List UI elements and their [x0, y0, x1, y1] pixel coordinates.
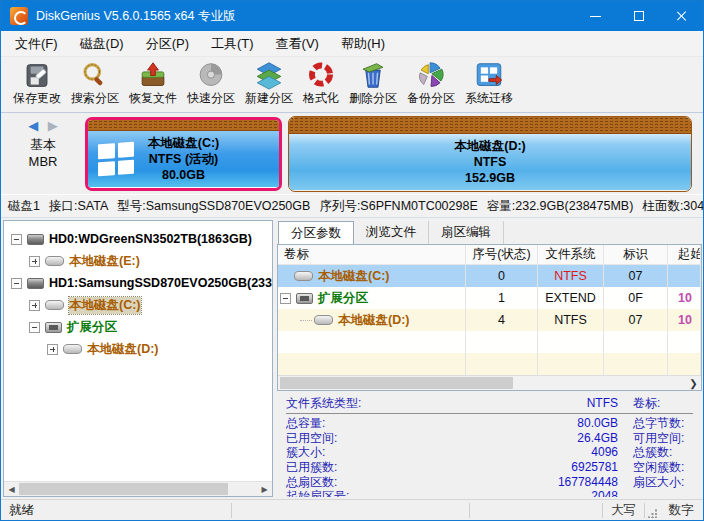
- menu-bar: 文件(F) 磁盘(D) 分区(P) 工具(T) 查看(V) 帮助(H): [1, 31, 703, 57]
- table-row-volume-c[interactable]: 本地磁盘(C:) 0 NTFS 07: [278, 265, 701, 287]
- column-header-index-status[interactable]: 序号(状态): [466, 245, 538, 264]
- toolbar-button-new-partition[interactable]: 新建分区: [240, 61, 298, 107]
- disk-model: 型号:SamsungSSD870EVO250GB: [117, 198, 310, 215]
- scroll-left-icon[interactable]: ◀: [4, 485, 19, 494]
- disk-number: 磁盘1: [8, 198, 40, 215]
- menu-partition[interactable]: 分区(P): [135, 31, 200, 56]
- cell-filesystem: EXTEND: [538, 287, 604, 309]
- collapse-icon[interactable]: [11, 278, 22, 289]
- detail-value: 167784448: [558, 475, 618, 490]
- tab-sector-edit[interactable]: 扇区编辑: [429, 221, 504, 244]
- toolbar-button-recover-files[interactable]: 恢复文件: [124, 61, 182, 107]
- scrollbar-thumb[interactable]: [280, 377, 513, 389]
- tree-item-extended-partition[interactable]: 扩展分区: [4, 316, 272, 338]
- expand-icon[interactable]: [29, 256, 40, 267]
- toolbar-button-format[interactable]: 格式化: [298, 61, 344, 107]
- toolbar-button-label: 保存更改: [13, 90, 61, 107]
- toolbar-button-label: 恢复文件: [129, 90, 177, 107]
- tree-item-label: HD1:SamsungSSD870EVO250GB(233GB): [49, 276, 272, 290]
- toolbar-button-label: 删除分区: [349, 90, 397, 107]
- partition-filesystem: NTFS: [289, 154, 691, 170]
- disk-map: ◀ ▶ 基本 MBR 本地磁盘(C:) NTFS (活动) 80.0GB 本地磁…: [1, 113, 703, 194]
- toolbar-button-label: 备份分区: [407, 90, 455, 107]
- detail-right-label: 空闲簇数:: [633, 460, 684, 475]
- menu-tools[interactable]: 工具(T): [200, 31, 265, 56]
- detail-value: 26.4GB: [577, 431, 618, 446]
- menu-view[interactable]: 查看(V): [265, 31, 330, 56]
- toolbar-button-label: 系统迁移: [465, 90, 513, 107]
- cell-start-cylinder: [668, 265, 701, 287]
- table-row-volume-d[interactable]: 本地磁盘(D:) 4 NTFS 07 10: [278, 309, 701, 331]
- cell-filesystem: NTFS: [538, 309, 604, 331]
- status-caps-lock: 大写: [603, 503, 645, 518]
- scrollbar-thumb[interactable]: [19, 483, 228, 495]
- toolbar-button-delete-partition[interactable]: 删除分区: [344, 61, 402, 107]
- cell-index: 0: [466, 265, 538, 287]
- table-row-extended-partition[interactable]: 扩展分区 1 EXTEND 0F 10: [278, 287, 701, 309]
- minimize-icon: [590, 16, 601, 17]
- tree-item-volume-e[interactable]: 本地磁盘(E:): [4, 250, 272, 272]
- expand-icon[interactable]: [29, 300, 40, 311]
- main-area: HD0:WDGreenSN3502TB(1863GB) 本地磁盘(E:) HD1…: [1, 218, 703, 499]
- column-header-start-cylinder[interactable]: 起始柱面: [668, 245, 701, 264]
- menu-file[interactable]: 文件(F): [4, 31, 69, 56]
- tree-item-hd1[interactable]: HD1:SamsungSSD870EVO250GB(233GB): [4, 272, 272, 294]
- status-cell: [232, 503, 470, 518]
- tab-partition-parameters[interactable]: 分区参数: [278, 221, 354, 244]
- toolbar-button-search-partition[interactable]: 搜索分区: [66, 61, 124, 107]
- scroll-right-icon[interactable]: ❯: [686, 378, 701, 389]
- menu-disk[interactable]: 磁盘(D): [69, 31, 135, 56]
- toolbar-button-label: 搜索分区: [71, 90, 119, 107]
- table-horizontal-scrollbar[interactable]: ❯: [278, 375, 701, 390]
- hard-disk-icon: [27, 234, 44, 245]
- collapse-icon[interactable]: [280, 293, 291, 304]
- delete-partition-icon: [358, 61, 388, 90]
- windows-logo-icon: [98, 141, 134, 176]
- detail-right-label: 可用空间:: [633, 431, 684, 446]
- column-header-filesystem[interactable]: 文件系统: [538, 245, 604, 264]
- detail-tabs: 分区参数 浏览文件 扇区编辑: [277, 220, 702, 244]
- toolbar-button-backup-partition[interactable]: 备份分区: [402, 61, 460, 107]
- tab-browse-files[interactable]: 浏览文件: [354, 221, 429, 244]
- status-ready: 就绪: [1, 503, 232, 518]
- partition-block-d[interactable]: 本地磁盘(D:) NTFS 152.9GB: [288, 116, 692, 192]
- tree-item-volume-c[interactable]: 本地磁盘(C:): [4, 294, 272, 316]
- column-header-volume[interactable]: 卷标: [278, 245, 466, 264]
- partition-size: 152.9GB: [289, 170, 691, 186]
- minimize-button[interactable]: [574, 1, 617, 31]
- expand-icon[interactable]: [47, 344, 58, 355]
- partition-block-c[interactable]: 本地磁盘(C:) NTFS (活动) 80.0GB: [85, 117, 282, 191]
- recover-files-icon: [138, 61, 168, 90]
- tree-item-hd0[interactable]: HD0:WDGreenSN3502TB(1863GB): [4, 228, 272, 250]
- system-migration-icon: [474, 61, 504, 90]
- disk-map-nav: ◀ ▶ 基本 MBR: [1, 113, 85, 194]
- table-header: 卷标 序号(状态) 文件系统 标识 起始柱面: [278, 245, 701, 265]
- cell-identifier: 07: [604, 309, 668, 331]
- collapse-icon[interactable]: [11, 234, 22, 245]
- menu-help[interactable]: 帮助(H): [330, 31, 396, 56]
- detail-value: 2048: [591, 489, 618, 497]
- toolbar-button-save-changes[interactable]: 保存更改: [8, 61, 66, 107]
- table-row-empty: [278, 353, 701, 375]
- column-header-identifier[interactable]: 标识: [604, 245, 668, 264]
- detail-right-label: 扇区大小:: [633, 475, 684, 490]
- toolbar-button-system-migration[interactable]: 系统迁移: [460, 61, 518, 107]
- resize-grip[interactable]: [645, 506, 659, 520]
- tree-horizontal-scrollbar[interactable]: ◀ ▶: [4, 481, 272, 496]
- disk-info-bar: 磁盘1 接口:SATA 型号:SamsungSSD870EVO250GB 序列号…: [1, 194, 703, 218]
- tree-item-volume-d[interactable]: 本地磁盘(D:): [4, 338, 272, 360]
- prev-disk-arrow-icon[interactable]: ◀: [28, 118, 38, 133]
- search-partition-icon: [80, 61, 110, 90]
- backup-partition-icon: [416, 61, 446, 90]
- detail-value: NTFS: [587, 396, 618, 412]
- maximize-icon: [634, 11, 644, 21]
- scroll-right-icon[interactable]: ▶: [257, 485, 272, 494]
- status-num-lock: 数字: [659, 503, 703, 518]
- collapse-icon[interactable]: [29, 322, 40, 333]
- maximize-button[interactable]: [617, 1, 660, 31]
- detail-label: 文件系统类型:: [286, 396, 361, 412]
- next-disk-arrow-icon[interactable]: ▶: [48, 118, 58, 133]
- toolbar-button-quick-partition[interactable]: 快速分区: [182, 61, 240, 107]
- details-separator: [286, 413, 693, 414]
- close-button[interactable]: [660, 1, 703, 31]
